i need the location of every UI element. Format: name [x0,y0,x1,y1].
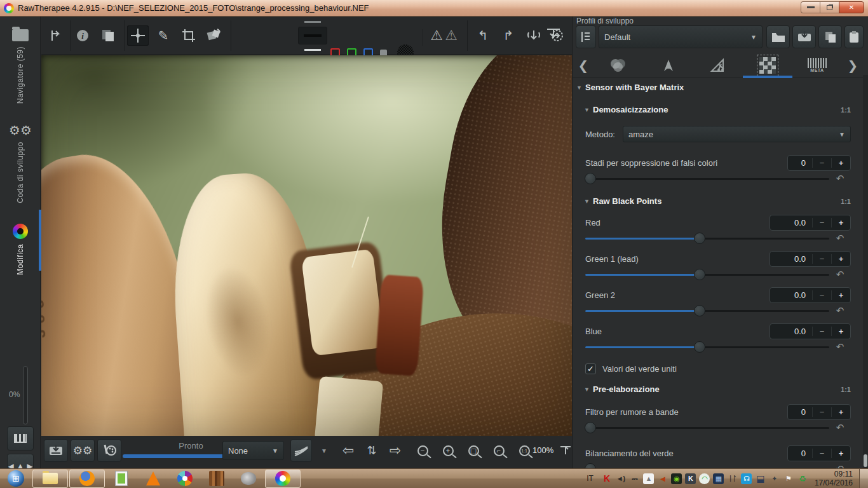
detach-panel-button[interactable] [545,25,562,44]
crop-button[interactable] [178,25,200,46]
expander-preprocessing[interactable]: ▼ Pre-elaborazione 1:1 [584,384,851,394]
show-desktop-button[interactable] [859,469,868,488]
profile-select[interactable]: Default ▼ [599,25,763,48]
rbp-green2-spinbox[interactable]: 0.0 − + [770,287,851,303]
info-button[interactable]: i [72,25,93,46]
taskbar-notepadpp-button[interactable] [105,469,137,488]
spin-plus-button[interactable]: + [831,254,850,264]
paste-profile-button[interactable] [844,25,864,48]
slider-knob[interactable] [585,463,596,468]
rbp-green2-slider[interactable] [585,305,829,316]
taskbar-gimp-button[interactable] [233,469,264,488]
camera-tray-icon[interactable]: ✦ [769,473,780,484]
minimize-button[interactable] [801,1,820,13]
spin-plus-button[interactable]: + [831,449,850,458]
spin-minus-button[interactable]: − [812,254,831,264]
taskbar-picasa-button[interactable] [169,469,201,488]
unstack-button[interactable] [523,25,545,46]
audio-manager-tray-icon[interactable]: ◄ [657,473,668,484]
tabs-scroll-right-button[interactable]: ❯ [842,58,864,73]
histogram-mode-bottom-button[interactable] [298,46,327,53]
panel-scrollbar[interactable] [863,75,868,468]
false-color-spinbox[interactable]: 0 − + [787,155,851,171]
reset-button[interactable]: ↶ [829,341,851,353]
taskbar-explorer-button[interactable] [32,470,68,488]
tab-transform[interactable] [693,53,743,78]
sidebar-tab-navigatore[interactable]: Navigatore (59) [0,22,41,104]
reset-button[interactable]: ↶ [829,305,851,316]
expander-sensor-bayer[interactable]: ▼ Sensor with Bayer Matrix [576,83,851,92]
zoom-100-button[interactable]: 1:1 [513,439,535,462]
before-after-button[interactable] [97,25,119,46]
tab-exposure[interactable] [594,53,644,78]
histogram-mode-selected-button[interactable] [298,27,327,44]
zoom-in-button[interactable]: + [437,439,459,462]
rbp-blue-spinbox[interactable]: 0.0 − + [770,323,851,339]
scrollbar-thumb[interactable] [864,454,867,467]
save-image-button[interactable] [44,439,68,462]
reset-button[interactable]: ↶ [829,233,851,244]
tab-detail[interactable] [644,53,693,78]
histogram-mode-top-button[interactable] [298,18,327,25]
expander-raw-black-points[interactable]: ▼ Raw Black Points 1:1 [584,196,851,206]
taskbar-rawtherapee-button[interactable] [265,470,301,488]
slider-knob[interactable] [694,233,705,244]
expander-demosaic[interactable]: ▼ Demosaicizzazione 1:1 [584,105,851,114]
checkbox-checked-icon[interactable]: ✓ [585,363,596,374]
preview-mode-button[interactable] [290,439,312,462]
rbp-red-spinbox[interactable]: 0.0 − + [770,215,851,231]
copy-profile-button[interactable] [818,25,842,48]
green-balance-spinbox[interactable]: 0 − + [787,445,851,461]
spin-plus-button[interactable]: + [831,327,850,336]
profile-fill-mode-button[interactable] [576,25,596,48]
rbp-red-slider[interactable] [585,233,829,244]
spin-minus-button[interactable]: − [812,290,831,300]
wb-picker-button[interactable]: ✎ [153,25,174,46]
tab-metadata[interactable]: META [792,53,842,78]
next-image-button[interactable]: ⇨ [384,439,406,462]
network-signal-tray-icon[interactable]: ᛁᛚ [727,473,738,484]
tab-raw[interactable] [743,53,792,78]
spin-minus-button[interactable]: − [812,158,831,168]
load-profile-button[interactable] [766,25,790,48]
taskbar-vlc-button[interactable] [137,469,169,488]
preview-profile-select[interactable]: None ▼ [222,441,284,460]
taskbar-calibre-button[interactable] [201,469,233,488]
rbp-blue-slider[interactable] [585,341,829,353]
volume-tray-icon[interactable]: ◄) [615,473,626,484]
toggle-filmstrip-button[interactable] [44,25,66,46]
widi-tray-icon[interactable]: ☊ [741,473,752,484]
histogram-toggle-button[interactable] [7,426,34,451]
false-color-slider[interactable] [585,173,829,184]
line-noise-spinbox[interactable]: 0 − + [787,404,851,420]
spin-plus-button[interactable]: + [831,407,850,417]
spin-minus-button[interactable]: − [812,449,831,458]
highlight-clip-button[interactable]: ⚠ [388,25,409,46]
spin-plus-button[interactable]: + [831,158,850,168]
nvidia-tray-icon[interactable]: ◉ [671,473,682,484]
power-tray-icon[interactable]: ⎓ [629,473,640,484]
show-hidden-icons-button[interactable]: ▲ [643,473,654,484]
close-button[interactable]: ✕ [839,1,864,13]
green-balance-slider[interactable] [585,463,829,468]
reset-button[interactable]: ↶ [829,422,851,433]
spin-minus-button[interactable]: − [812,218,831,227]
hand-tool-button[interactable] [127,25,149,46]
taskbar-firefox-button[interactable] [69,470,105,488]
demosaic-method-select[interactable]: amaze ▼ [623,126,851,142]
sync-tray-icon[interactable]: ♻ [797,473,808,484]
slider-knob[interactable] [694,305,705,316]
queue-processing-button[interactable]: ⚙⚙ [71,439,95,462]
rotate-right-button[interactable]: ↱ [498,25,519,46]
slider-knob[interactable] [694,269,705,280]
green-link-checkbox-row[interactable]: ✓ Valori del verde uniti [585,363,851,374]
slider-knob[interactable] [694,341,705,353]
slider-knob[interactable] [585,173,596,184]
sort-toggle-button[interactable]: ⇅ [361,439,383,462]
slider-knob[interactable] [585,422,596,433]
shadow-clip-button[interactable]: ⚠ [440,25,462,46]
spin-plus-button[interactable]: + [831,290,850,300]
save-profile-button[interactable] [792,25,816,48]
clock[interactable]: 09:11 17/04/2016 [815,470,853,487]
green-status-tray-icon[interactable]: ◠ [699,473,710,484]
